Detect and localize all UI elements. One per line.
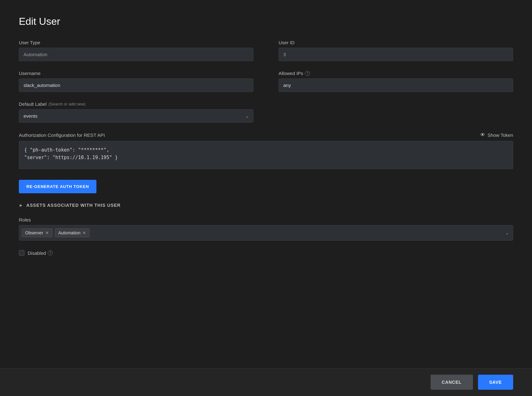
user-id-group: User ID [279,40,513,61]
auth-config-section: Authorization Configuration for REST API… [19,132,513,170]
allowed-ips-help-icon[interactable]: ? [305,71,310,76]
page-title: Edit User [19,16,513,27]
user-type-group: User Type [19,40,253,61]
regenerate-auth-token-button[interactable]: RE-GENERATE AUTH TOKEN [19,180,96,193]
assets-header[interactable]: ► ASSETS ASSOCIATED WITH THIS USER [19,203,513,208]
form-grid: User Type User ID Username Allowed IPs ? [19,40,513,123]
role-tag-observer-label: Observer [25,230,43,235]
role-tag-automation-remove[interactable]: ✕ [82,231,86,235]
username-group: Username [19,71,253,92]
disabled-checkbox[interactable] [19,250,24,256]
disabled-section: Disabled ? [19,250,513,256]
user-id-label: User ID [279,40,513,45]
assets-title: ASSETS ASSOCIATED WITH THIS USER [26,203,121,208]
disabled-help-icon[interactable]: ? [48,250,53,255]
save-button[interactable]: SAVE [478,375,513,390]
auth-config-textarea[interactable]: { "ph-auth-token": "********", "server":… [19,141,513,169]
default-label-group: Default Label (Search or add new) events… [19,101,253,123]
user-type-input[interactable] [19,48,253,61]
user-type-label: User Type [19,40,253,45]
role-tag-automation: Automation ✕ [55,228,90,237]
eye-icon: 👁 [480,132,485,138]
disabled-label: Disabled ? [28,250,53,256]
show-token-button[interactable]: 👁 Show Token [480,132,513,138]
allowed-ips-group: Allowed IPs ? [279,71,513,92]
modal-content: Edit User User Type User ID Username All… [0,0,532,368]
modal-footer: CANCEL SAVE [0,368,532,396]
auth-config-label: Authorization Configuration for REST API [19,132,105,138]
username-input[interactable] [19,78,253,92]
roles-label: Roles [19,217,513,222]
chevron-right-icon: ► [19,203,23,208]
role-tag-automation-label: Automation [58,230,81,235]
role-tag-observer-remove[interactable]: ✕ [45,231,49,235]
default-label-select-wrapper: events default production staging ⌄ [19,109,253,123]
cancel-button[interactable]: CANCEL [431,375,473,390]
role-tag-observer: Observer ✕ [22,228,52,237]
roles-chevron-icon: ⌄ [505,230,509,235]
roles-input[interactable]: Observer ✕ Automation ✕ ⌄ [19,225,513,241]
default-label-select[interactable]: events default production staging [19,109,253,123]
roles-section: Roles Observer ✕ Automation ✕ ⌄ [19,217,513,241]
default-label-label: Default Label (Search or add new) [19,101,253,107]
modal-overlay: Edit User User Type User ID Username All… [0,0,532,396]
allowed-ips-label: Allowed IPs ? [279,71,513,76]
username-label: Username [19,71,253,76]
user-id-input[interactable] [279,48,513,61]
allowed-ips-input[interactable] [279,78,513,92]
auth-config-header: Authorization Configuration for REST API… [19,132,513,138]
assets-section: ► ASSETS ASSOCIATED WITH THIS USER [19,203,513,208]
